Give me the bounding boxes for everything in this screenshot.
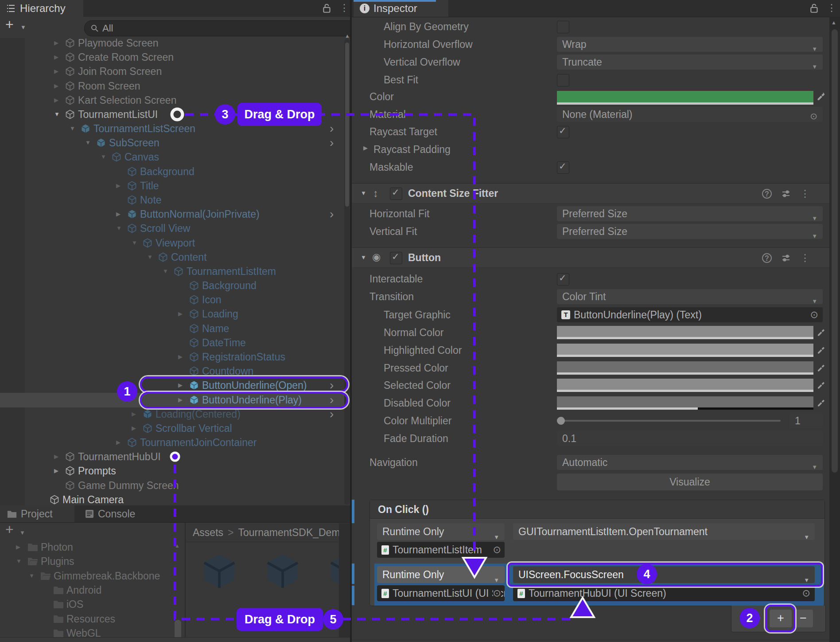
- horizontal-overflow-dropdown[interactable]: Wrap▼: [557, 37, 823, 52]
- navigation-dropdown[interactable]: Automatic▼: [557, 455, 823, 470]
- hierarchy-row[interactable]: DateTime: [0, 336, 351, 350]
- hierarchy-row[interactable]: ▼Canvas: [0, 150, 351, 164]
- tab-console[interactable]: Console: [78, 505, 144, 522]
- foldout-closed-icon[interactable]: ▶: [54, 68, 58, 74]
- hierarchy-row[interactable]: ▶ButtonNormal(JoinPrivate)›: [0, 207, 351, 222]
- raycast-target-checkbox[interactable]: [557, 126, 569, 138]
- eyedropper-icon[interactable]: [816, 344, 826, 356]
- foldout-closed-icon[interactable]: ▶: [132, 411, 136, 417]
- help-icon[interactable]: ?: [762, 253, 772, 263]
- state-color-swatch[interactable]: [557, 326, 813, 339]
- eyedropper-icon[interactable]: [816, 362, 826, 374]
- hierarchy-row[interactable]: ▶Room Screen: [0, 79, 351, 94]
- hierarchy-row[interactable]: ▼Scroll View: [0, 221, 351, 236]
- hierarchy-row[interactable]: ▼Viewport: [0, 236, 351, 251]
- foldout-open-icon[interactable]: ▼: [101, 153, 106, 160]
- hierarchy-row[interactable]: ▶Loading: [0, 307, 351, 321]
- hierarchy-row[interactable]: ▼SubScreen›: [0, 136, 351, 150]
- tab-project[interactable]: Project: [0, 505, 74, 522]
- hierarchy-row[interactable]: ▶Create Room Screen: [0, 50, 351, 65]
- foldout-closed-icon[interactable]: ▶: [132, 425, 136, 431]
- prefab-chevron-icon[interactable]: ›: [330, 207, 334, 221]
- content-size-fitter-enabled-checkbox[interactable]: [390, 188, 402, 200]
- state-color-swatch[interactable]: [557, 361, 813, 375]
- project-folder-row[interactable]: Android: [0, 583, 184, 597]
- event-mode-dropdown-1[interactable]: Runtime Only▼: [377, 523, 505, 540]
- project-scroll-up-icon[interactable]: ▲: [175, 543, 180, 549]
- project-folder-row[interactable]: ▼Plugins: [0, 554, 184, 568]
- more-icon[interactable]: ⋮: [800, 188, 810, 200]
- project-add-caret-icon[interactable]: ▼: [19, 529, 25, 536]
- inspector-scroll-up-icon[interactable]: ▲: [831, 20, 836, 26]
- hierarchy-row[interactable]: ▶RegistrationStatus: [0, 350, 351, 364]
- color-swatch[interactable]: [557, 91, 813, 102]
- hierarchy-add-button[interactable]: +: [5, 18, 14, 31]
- object-picker-icon[interactable]: ⊙: [810, 109, 817, 124]
- foldout-open-icon[interactable]: ▼: [54, 111, 60, 117]
- project-folder-row[interactable]: ▶Photon: [0, 540, 184, 554]
- hierarchy-row[interactable]: ▼Content: [0, 250, 351, 265]
- hierarchy-row[interactable]: ▶Loading(Centered)›: [0, 407, 351, 422]
- foldout-closed-icon[interactable]: ▶: [16, 544, 20, 550]
- hierarchy-row[interactable]: ▶TournamentJoinContainer: [0, 435, 351, 450]
- button-component-header[interactable]: ▼ ◉ Button ? ⋮: [352, 247, 829, 268]
- prefab-chevron-icon[interactable]: ›: [330, 136, 334, 150]
- foldout-closed-icon[interactable]: ▶: [116, 439, 121, 446]
- project-folder-row[interactable]: ▼Gimmebreak.Backbone: [0, 569, 184, 583]
- hierarchy-row[interactable]: ▶TournamentHubUI: [0, 450, 351, 464]
- horizontal-fit-dropdown[interactable]: Preferred Size▼: [557, 206, 823, 221]
- object-picker-icon[interactable]: ⊙: [493, 544, 501, 556]
- presets-icon[interactable]: [782, 189, 790, 198]
- content-size-fitter-header[interactable]: ▼ ↕ Content Size Fitter ? ⋮: [352, 183, 829, 204]
- object-picker-icon[interactable]: ⊙: [810, 309, 818, 321]
- project-folder-row[interactable]: WebGL: [0, 626, 184, 638]
- event-target-field-2[interactable]: # TournamentListUI (UI Screen) ⊙: [377, 585, 505, 601]
- hierarchy-row[interactable]: Game Dummy Screen: [0, 478, 351, 493]
- panel-divider[interactable]: [350, 0, 352, 642]
- hierarchy-search-input[interactable]: All: [84, 20, 362, 36]
- material-field[interactable]: None (Material)⊙: [557, 107, 823, 122]
- state-color-swatch[interactable]: [557, 344, 813, 357]
- asset-item[interactable]: [325, 550, 339, 592]
- asset-item[interactable]: [261, 550, 304, 592]
- visualize-button[interactable]: Visualize: [557, 474, 823, 490]
- tab-hierarchy[interactable]: Hierarchy: [0, 0, 83, 17]
- transition-dropdown[interactable]: Color Tint▼: [557, 289, 823, 304]
- prefab-chevron-icon[interactable]: ›: [330, 121, 334, 136]
- color-multiplier-knob[interactable]: [557, 417, 565, 425]
- align-by-geometry-checkbox[interactable]: [557, 21, 569, 33]
- hierarchy-menu-icon[interactable]: ⋮: [339, 2, 349, 14]
- breadcrumb-current[interactable]: TournamentSDK_Demo: [238, 527, 346, 539]
- project-tree-scrollbar-thumb[interactable]: [175, 620, 181, 639]
- hierarchy-row[interactable]: ▼TournamentListItem: [0, 264, 351, 279]
- maskable-checkbox[interactable]: [557, 161, 569, 174]
- foldout-open-icon[interactable]: ▼: [361, 254, 366, 261]
- breadcrumb-root[interactable]: Assets: [193, 527, 223, 539]
- foldout-open-icon[interactable]: ▼: [163, 268, 168, 274]
- hierarchy-row[interactable]: Icon: [0, 293, 351, 307]
- foldout-closed-icon[interactable]: ▶: [54, 39, 58, 46]
- eyedropper-icon[interactable]: [816, 91, 826, 102]
- color-multiplier-value[interactable]: 1: [789, 413, 823, 428]
- event-target-field-1[interactable]: # TournamentListItem ⊙: [377, 542, 505, 558]
- inspector-lock-icon[interactable]: [809, 3, 819, 16]
- hierarchy-row[interactable]: Background: [0, 278, 351, 293]
- hierarchy-scrollbar-thumb[interactable]: [345, 43, 349, 207]
- hierarchy-row[interactable]: ▶Scrollbar Vertical: [0, 421, 351, 436]
- foldout-closed-icon[interactable]: ▶: [116, 211, 121, 217]
- hierarchy-row[interactable]: ▶Prompts: [0, 464, 351, 478]
- asset-item[interactable]: [198, 550, 241, 592]
- foldout-closed-icon[interactable]: ▶: [54, 82, 58, 89]
- hierarchy-row[interactable]: Note: [0, 193, 351, 207]
- event-argument-field-2[interactable]: # TournamentHubUI (UI Screen) ⊙: [513, 585, 815, 601]
- hierarchy-scroll-up-icon[interactable]: ▲: [345, 33, 350, 39]
- event-mode-dropdown-2[interactable]: Runtime Only▼: [377, 566, 505, 583]
- vertical-fit-dropdown[interactable]: Preferred Size▼: [557, 224, 823, 239]
- target-graphic-field[interactable]: T ButtonUnderline(Play) (Text) ⊙: [557, 307, 823, 322]
- inspector-scrollbar-thumb[interactable]: [832, 29, 838, 473]
- foldout-open-icon[interactable]: ▼: [29, 572, 35, 579]
- inspector-menu-icon[interactable]: ⋮: [827, 2, 836, 14]
- project-folder-row[interactable]: iOS: [0, 597, 184, 611]
- hierarchy-row[interactable]: ▶Title: [0, 179, 351, 193]
- foldout-open-icon[interactable]: ▼: [132, 239, 137, 246]
